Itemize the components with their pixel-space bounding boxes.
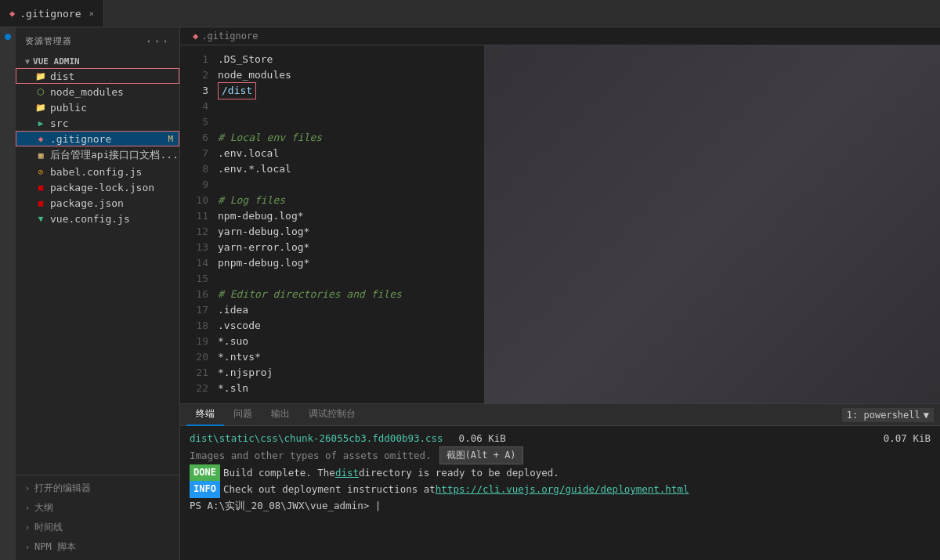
public-label: public: [50, 102, 87, 114]
code-lines: .DS_Store node_modules /dist # Local env…: [218, 45, 940, 403]
npm-scripts-arrow: ›: [25, 543, 30, 551]
dist-highlight: /dist: [218, 82, 256, 99]
gitignore-icon: ◆: [34, 132, 47, 145]
code-line-5: [218, 114, 940, 130]
breadcrumb-text: .gitignore: [201, 31, 258, 42]
gitignore-tab[interactable]: ◆ .gitignore ×: [0, 0, 104, 27]
sidebar-item-src[interactable]: ▶ src: [16, 115, 179, 131]
sidebar-item-dist[interactable]: 📁 dist: [16, 68, 179, 84]
code-line-11: npm-debug.log*: [218, 208, 940, 224]
timeline-arrow: ›: [25, 523, 30, 532]
deployment-link[interactable]: https://cli.vuejs.org/guide/deployment.h…: [436, 482, 689, 497]
api-doc-icon: ▦: [34, 149, 47, 161]
shell-label: 1: powershell: [847, 410, 920, 421]
sidebar-item-api-doc[interactable]: ▦ 后台管理api接口口文档...: [16, 146, 179, 164]
terminal-content[interactable]: dist\static\css\chunk-26055cb3.fdd00b93.…: [180, 426, 940, 560]
code-line-4: [218, 99, 940, 114]
done-text-1: Build complete. The: [223, 465, 335, 481]
sidebar-menu-button[interactable]: ···: [145, 34, 170, 49]
modified-badge: M: [168, 134, 173, 144]
code-container[interactable]: 1 2 3 4 5 6 7 8 9 10 11 12 13 14 15 16 1: [180, 45, 940, 403]
file-tree: 📁 dist ⬡ node_modules 📁 public ▶ src ◆ .…: [16, 68, 179, 475]
editor-area: ◆ .gitignore 1 2 3 4 5 6 7 8 9 10 11: [180, 27, 940, 560]
section-label: VUE ADMIN: [33, 56, 80, 67]
tab-close-button[interactable]: ×: [89, 9, 95, 19]
sidebar-item-public[interactable]: 📁 public: [16, 99, 179, 115]
info-text: Check out deployment instructions at: [223, 482, 436, 497]
code-line-13: yarn-error.log*: [218, 240, 940, 255]
code-line-8: .env.*.local: [218, 161, 940, 177]
tab-bar: ◆ .gitignore ×: [0, 0, 940, 27]
babel-label: babel.config.js: [50, 166, 142, 178]
open-editors-arrow: ›: [25, 484, 30, 493]
shell-dropdown-icon: ▼: [924, 410, 929, 421]
public-folder-icon: 📁: [34, 101, 47, 114]
package-lock-icon: ■: [34, 181, 47, 193]
npm-scripts-section[interactable]: › NPM 脚本: [16, 537, 179, 557]
terminal-panel: 终端 问题 输出 调试控制台 1: powershell ▼ dist\stat…: [180, 403, 940, 560]
timeline-section[interactable]: › 时间线: [16, 518, 179, 537]
sidebar-item-node-modules[interactable]: ⬡ node_modules: [16, 84, 179, 99]
left-icon-bar: [0, 27, 16, 560]
code-line-16: # Editor directories and files: [218, 287, 940, 302]
src-folder-icon: ▶: [34, 117, 47, 129]
terminal-tab-problems[interactable]: 问题: [224, 404, 262, 426]
sidebar-section[interactable]: ▼ VUE ADMIN: [16, 55, 179, 68]
vue-config-icon: ▼: [34, 212, 47, 225]
sidebar-item-vue-config[interactable]: ▼ vue.config.js: [16, 211, 179, 226]
done-dist-link[interactable]: dist: [335, 465, 359, 481]
code-line-21: *.njsproj: [218, 365, 940, 381]
node-modules-icon: ⬡: [34, 85, 47, 98]
omit-text: Images and other types of assets omitted…: [190, 448, 432, 464]
sidebar-item-package-lock[interactable]: ■ package-lock.json: [16, 179, 179, 195]
terminal-line-done: DONE Build complete. The dist directory …: [190, 464, 931, 481]
terminal-line-info: INFO Check out deployment instructions a…: [190, 481, 931, 497]
done-text-2: directory is ready to be deployed.: [359, 465, 559, 481]
terminal-prompt: PS A:\实训_20_08\JWX\vue_admin> |: [190, 498, 381, 514]
terminal-tab-output[interactable]: 输出: [262, 404, 299, 426]
screenshot-button[interactable]: 截图(Alt + A): [439, 446, 523, 464]
outline-section[interactable]: › 大纲: [16, 498, 179, 518]
section-chevron: ▼: [25, 57, 30, 66]
src-label: src: [50, 117, 68, 129]
outline-label: 大纲: [34, 501, 53, 515]
npm-scripts-label: NPM 脚本: [34, 540, 76, 554]
dist-folder-icon: 📁: [34, 70, 47, 82]
breadcrumb: ◆ .gitignore: [180, 27, 940, 45]
main-area: 资源管理器 ··· ▼ VUE ADMIN 📁 dist ⬡ node_modu…: [0, 27, 940, 560]
code-line-20: *.ntvs*: [218, 349, 940, 365]
dist-css-file: dist\static\css\chunk-26055cb3.fdd00b93.…: [190, 431, 443, 446]
node-modules-label: node_modules: [50, 86, 124, 98]
code-content: 1 2 3 4 5 6 7 8 9 10 11 12 13 14 15 16 1: [180, 45, 940, 403]
sidebar-header: 资源管理器 ···: [16, 27, 179, 55]
code-line-7: .env.local: [218, 146, 940, 161]
terminal-right-controls: 1: powershell ▼: [842, 408, 934, 422]
terminal-tab-terminal[interactable]: 终端: [186, 404, 224, 426]
vue-config-label: vue.config.js: [50, 213, 130, 225]
outline-arrow: ›: [25, 504, 30, 512]
done-badge: DONE: [190, 464, 220, 481]
gitignore-tab-icon: ◆: [9, 8, 15, 19]
terminal-line-prompt: PS A:\实训_20_08\JWX\vue_admin> |: [190, 498, 931, 514]
terminal-line-file: dist\static\css\chunk-26055cb3.fdd00b93.…: [190, 431, 931, 446]
sidebar-item-package-json[interactable]: ■ package.json: [16, 195, 179, 211]
file-size-1: 0.06 KiB: [459, 431, 506, 446]
shell-selector[interactable]: 1: powershell ▼: [842, 408, 934, 422]
code-line-15: [218, 271, 940, 287]
terminal-tab-group: 终端 问题 输出 调试控制台: [186, 404, 365, 426]
gitignore-tab-label: .gitignore: [20, 8, 81, 20]
terminal-line-omit: Images and other types of assets omitted…: [190, 446, 931, 464]
code-line-1: .DS_Store: [218, 52, 940, 67]
package-lock-label: package-lock.json: [50, 182, 154, 193]
sidebar-bottom-sections: › 打开的编辑器 › 大纲 › 时间线 › NPM 脚本: [16, 475, 179, 560]
code-line-19: *.suo: [218, 334, 940, 349]
sidebar: 资源管理器 ··· ▼ VUE ADMIN 📁 dist ⬡ node_modu…: [16, 27, 180, 560]
code-line-9: [218, 177, 940, 193]
code-line-6: # Local env files: [218, 130, 940, 146]
gitignore-label: .gitignore: [50, 133, 111, 145]
sidebar-item-gitignore[interactable]: ◆ .gitignore M: [16, 131, 179, 146]
sidebar-item-babel[interactable]: ⊙ babel.config.js: [16, 164, 179, 179]
open-editors-section[interactable]: › 打开的编辑器: [16, 479, 179, 498]
terminal-tab-debug[interactable]: 调试控制台: [299, 404, 365, 426]
breadcrumb-icon: ◆: [193, 31, 198, 42]
